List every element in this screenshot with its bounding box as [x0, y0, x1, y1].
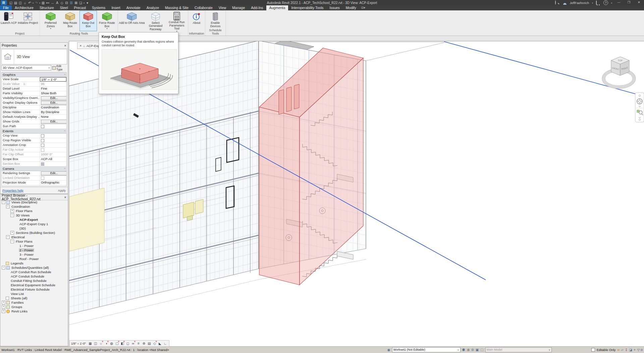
- tree-item-views-discipline[interactable]: −Views (Discipline): [0, 200, 68, 204]
- expander-icon[interactable]: −: [6, 235, 10, 239]
- displacement-sets-icon[interactable]: ◣: [158, 341, 162, 346]
- ribbon-tab-file[interactable]: File: [0, 5, 12, 10]
- edit-button[interactable]: Edit...: [41, 171, 66, 175]
- ribbon-tab-manage[interactable]: Manage: [229, 5, 248, 10]
- redo-dropdown-icon[interactable]: ▾: [39, 2, 40, 4]
- print-icon[interactable]: ▥: [41, 1, 45, 5]
- ribbon-tab-augmenta[interactable]: Augmenta: [266, 5, 288, 10]
- tree-item-sections-building-section[interactable]: +Sections (Building Section): [0, 231, 68, 235]
- property-checkbox[interactable]: [41, 139, 44, 142]
- open-icon[interactable]: ▤: [13, 1, 18, 5]
- expander-icon[interactable]: −: [10, 213, 14, 217]
- expander-icon[interactable]: −: [10, 240, 14, 243]
- tree-item-coordination[interactable]: −Coordination: [0, 204, 68, 209]
- unlocked-view-icon[interactable]: ◻: [125, 341, 130, 346]
- ribbon-button-keep-out-box[interactable]: Keep Out Box: [79, 11, 97, 31]
- thin-lines-icon[interactable]: ☰: [69, 1, 73, 5]
- tree-item-floor-plans[interactable]: −Floor Plans: [0, 239, 68, 244]
- property-value[interactable]: None: [40, 115, 66, 119]
- expander-icon[interactable]: −: [2, 200, 5, 204]
- ribbon-button-preferred-zones[interactable]: Preferred Zones▾: [41, 11, 61, 31]
- property-value[interactable]: [40, 124, 66, 129]
- expander-icon[interactable]: +: [2, 309, 5, 313]
- undo-dropdown-icon[interactable]: ▾: [33, 2, 34, 4]
- tree-item-families[interactable]: +Families: [0, 300, 68, 305]
- ribbon-tab-insert[interactable]: Insert: [108, 5, 123, 10]
- undo-icon[interactable]: ↶: [28, 1, 32, 5]
- expander-icon[interactable]: −: [2, 266, 5, 269]
- properties-close-icon[interactable]: ✕: [64, 44, 66, 47]
- select-links-icon[interactable]: ∞: [617, 348, 620, 352]
- expander-icon[interactable]: +: [2, 301, 5, 304]
- dropdown-arrow-icon[interactable]: ▾: [106, 28, 107, 30]
- 3d-view-icon[interactable]: ◇: [60, 1, 64, 5]
- property-value[interactable]: 1/8" = 1'-0": [40, 77, 66, 82]
- detail-level-icon[interactable]: ▦: [88, 341, 93, 346]
- expander-icon[interactable]: +: [10, 231, 14, 235]
- property-value[interactable]: [40, 148, 66, 152]
- property-checkbox[interactable]: [41, 176, 44, 180]
- property-row-far-clip-offset[interactable]: Far Clip Offset1000' 0": [2, 152, 66, 157]
- crop-view-icon[interactable]: ▢✕: [115, 341, 119, 346]
- temporary-view-properties-icon[interactable]: ▤: [147, 341, 152, 346]
- property-value[interactable]: Edit...: [40, 96, 66, 100]
- property-row-locked-orientation[interactable]: Locked Orientation: [2, 176, 66, 181]
- property-row-visibility-graphics-overri[interactable]: Visibility/Graphics Overri...Edit...: [2, 96, 66, 101]
- property-row-graphic-display-options[interactable]: Graphic Display OptionsEdit...: [2, 101, 66, 105]
- apply-button[interactable]: Apply: [58, 189, 66, 192]
- property-value[interactable]: [40, 134, 66, 138]
- tree-item-revit-links[interactable]: +Revit Links: [0, 309, 68, 313]
- property-checkbox[interactable]: [41, 125, 44, 128]
- edit-button[interactable]: Edit...: [41, 96, 66, 100]
- tree-item-electrical-equipment-schedule[interactable]: Electrical Equipment Schedule: [0, 283, 68, 287]
- property-value[interactable]: [40, 138, 66, 143]
- view-selector-dropdown[interactable]: 3D View: ACP-Export∨: [1, 65, 51, 70]
- tree-item-acp-conduit-run-schedule[interactable]: ACP Conduit Run Schedule: [0, 270, 68, 274]
- property-value[interactable]: Fine: [40, 87, 66, 91]
- view-scale-button[interactable]: 1/8" = 1'-0": [71, 342, 86, 345]
- ribbon-tab-modify[interactable]: Modify: [343, 5, 359, 10]
- property-value[interactable]: Show Both: [40, 91, 66, 96]
- worksharing-display-icon[interactable]: ⊕: [142, 341, 146, 346]
- editable-only-checkbox[interactable]: [591, 348, 595, 352]
- property-checkbox[interactable]: [41, 144, 44, 147]
- expander-icon[interactable]: +: [10, 209, 14, 213]
- tree-item-roof-power[interactable]: Roof - Power: [0, 257, 68, 261]
- property-row-eye-elevation[interactable]: Eye Elevation36' 9 15/128": [2, 185, 66, 186]
- worksets-icon[interactable]: ◉: [387, 348, 390, 352]
- property-value[interactable]: 1000' 0": [40, 152, 66, 157]
- select-by-face-icon[interactable]: ◪: [629, 348, 632, 352]
- edit-button[interactable]: Edit...: [41, 101, 66, 105]
- expander-icon[interactable]: −: [6, 205, 10, 208]
- type-selector[interactable]: 3D View: [1, 49, 67, 64]
- view-tab-close-icon[interactable]: ✕: [79, 44, 82, 47]
- expander-icon[interactable]: +: [2, 305, 5, 309]
- tree-item-1-power[interactable]: 1 - Power: [0, 244, 68, 248]
- show-crop-region-icon[interactable]: ◧✕: [120, 341, 125, 346]
- property-row-view-scale[interactable]: View Scale1/8" = 1'-0": [2, 77, 66, 82]
- help-icon[interactable]: ?: [603, 0, 608, 5]
- ribbon-button-conduit-run-parameters-tool[interactable]: Conduit Run Parameters Tool▾: [166, 11, 187, 31]
- property-checkbox[interactable]: [41, 162, 44, 166]
- ribbon-button-launch-acp[interactable]: Launch ACP: [1, 11, 17, 31]
- save-icon[interactable]: ◫: [18, 1, 22, 5]
- ribbon-tab-issues[interactable]: Issues: [327, 5, 343, 10]
- tree-item-electrical-fixture-schedule[interactable]: Electrical Fixture Schedule: [0, 287, 68, 292]
- restore-button[interactable]: ❐: [625, 0, 633, 5]
- ribbon-button-force-route-box[interactable]: Force Route Box▾: [97, 11, 117, 31]
- ribbon-tab-architecture[interactable]: Architecture: [12, 5, 37, 10]
- property-row-detail-level[interactable]: Detail LevelFine: [2, 87, 66, 91]
- user-avatar-icon[interactable]: [562, 1, 567, 5]
- ribbon-button-select-generated-raceway[interactable]: Select Generated Raceway: [145, 11, 166, 31]
- property-row-sun-path[interactable]: Sun Path: [2, 124, 66, 129]
- property-row-rendering-settings[interactable]: Rendering SettingsEdit...: [2, 171, 66, 176]
- sun-path-icon[interactable]: ☼✕: [99, 341, 103, 346]
- property-value[interactable]: Edit...: [40, 171, 66, 175]
- analytical-model-icon[interactable]: ◇✕: [152, 341, 157, 346]
- property-value[interactable]: Edit...: [40, 101, 66, 105]
- reveal-hidden-elements-icon[interactable]: ¤: [136, 341, 141, 346]
- ribbon-display-options-icon[interactable]: ⊡▾: [361, 5, 365, 10]
- tree-item-3d-views[interactable]: −3D Views: [0, 213, 68, 217]
- properties-help-link[interactable]: Properties help: [2, 189, 23, 192]
- customize-qat-icon[interactable]: ▾: [85, 1, 90, 5]
